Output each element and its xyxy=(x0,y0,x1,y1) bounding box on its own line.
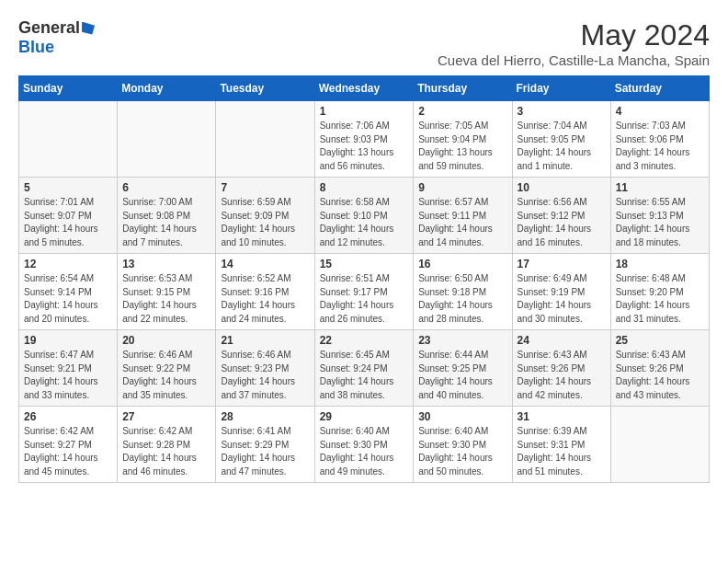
calendar-cell: 20Sunrise: 6:46 AM Sunset: 9:22 PM Dayli… xyxy=(118,330,216,407)
calendar-cell: 14Sunrise: 6:52 AM Sunset: 9:16 PM Dayli… xyxy=(216,254,314,330)
calendar-cell: 24Sunrise: 6:43 AM Sunset: 9:26 PM Dayli… xyxy=(512,330,610,407)
day-number: 24 xyxy=(518,334,606,347)
calendar-cell: 8Sunrise: 6:58 AM Sunset: 9:10 PM Daylig… xyxy=(314,178,414,254)
calendar-cell: 19Sunrise: 6:47 AM Sunset: 9:21 PM Dayli… xyxy=(19,330,118,407)
day-info: Sunrise: 6:43 AM Sunset: 9:26 PM Dayligh… xyxy=(518,349,606,402)
day-number: 9 xyxy=(418,181,506,194)
day-info: Sunrise: 6:40 AM Sunset: 9:30 PM Dayligh… xyxy=(320,425,409,478)
logo-general-text: General xyxy=(18,18,80,38)
day-number: 29 xyxy=(320,410,409,423)
calendar-cell: 11Sunrise: 6:55 AM Sunset: 9:13 PM Dayli… xyxy=(610,178,709,254)
day-number: 23 xyxy=(418,334,506,347)
weekday-header-wednesday: Wednesday xyxy=(314,76,414,101)
weekday-header-row: SundayMondayTuesdayWednesdayThursdayFrid… xyxy=(19,76,710,101)
day-number: 4 xyxy=(616,105,704,118)
day-info: Sunrise: 7:03 AM Sunset: 9:06 PM Dayligh… xyxy=(616,120,704,173)
page-header: General Blue May 2024 Cueva del Hierro, … xyxy=(18,18,710,68)
day-number: 30 xyxy=(418,410,506,423)
day-info: Sunrise: 6:58 AM Sunset: 9:10 PM Dayligh… xyxy=(320,196,409,249)
day-number: 5 xyxy=(24,181,112,194)
calendar-cell: 12Sunrise: 6:54 AM Sunset: 9:14 PM Dayli… xyxy=(19,254,118,330)
day-info: Sunrise: 6:54 AM Sunset: 9:14 PM Dayligh… xyxy=(24,272,112,326)
day-number: 16 xyxy=(418,258,506,270)
calendar-week-row: 19Sunrise: 6:47 AM Sunset: 9:21 PM Dayli… xyxy=(19,330,710,407)
title-section: May 2024 Cueva del Hierro, Castille-La M… xyxy=(438,18,710,68)
day-number: 20 xyxy=(122,334,210,347)
calendar-cell: 18Sunrise: 6:48 AM Sunset: 9:20 PM Dayli… xyxy=(610,254,709,330)
calendar-cell: 4Sunrise: 7:03 AM Sunset: 9:06 PM Daylig… xyxy=(610,101,709,178)
day-info: Sunrise: 6:49 AM Sunset: 9:19 PM Dayligh… xyxy=(518,272,606,326)
day-info: Sunrise: 6:56 AM Sunset: 9:12 PM Dayligh… xyxy=(518,196,606,249)
day-number: 10 xyxy=(518,181,606,194)
logo-blue-text: Blue xyxy=(18,38,54,57)
day-info: Sunrise: 6:50 AM Sunset: 9:18 PM Dayligh… xyxy=(418,272,506,326)
day-info: Sunrise: 6:53 AM Sunset: 9:15 PM Dayligh… xyxy=(122,272,210,326)
day-info: Sunrise: 7:00 AM Sunset: 9:08 PM Dayligh… xyxy=(122,196,210,249)
day-number: 6 xyxy=(122,181,210,194)
day-number: 31 xyxy=(518,410,606,423)
day-info: Sunrise: 7:01 AM Sunset: 9:07 PM Dayligh… xyxy=(24,196,112,249)
weekday-header-monday: Monday xyxy=(118,76,216,101)
calendar-cell xyxy=(216,101,314,178)
calendar-cell: 17Sunrise: 6:49 AM Sunset: 9:19 PM Dayli… xyxy=(512,254,610,330)
day-info: Sunrise: 6:41 AM Sunset: 9:29 PM Dayligh… xyxy=(221,425,309,478)
day-number: 1 xyxy=(320,105,409,118)
calendar-cell: 15Sunrise: 6:51 AM Sunset: 9:17 PM Dayli… xyxy=(314,254,414,330)
day-info: Sunrise: 6:57 AM Sunset: 9:11 PM Dayligh… xyxy=(418,196,506,249)
day-info: Sunrise: 7:06 AM Sunset: 9:03 PM Dayligh… xyxy=(320,120,409,173)
day-info: Sunrise: 6:39 AM Sunset: 9:31 PM Dayligh… xyxy=(518,425,606,478)
calendar-week-row: 12Sunrise: 6:54 AM Sunset: 9:14 PM Dayli… xyxy=(19,254,710,330)
day-number: 11 xyxy=(616,181,704,194)
day-info: Sunrise: 6:52 AM Sunset: 9:16 PM Dayligh… xyxy=(221,272,309,326)
day-number: 28 xyxy=(221,410,309,423)
calendar-cell: 28Sunrise: 6:41 AM Sunset: 9:29 PM Dayli… xyxy=(216,407,314,483)
calendar-cell: 7Sunrise: 6:59 AM Sunset: 9:09 PM Daylig… xyxy=(216,178,314,254)
day-number: 26 xyxy=(24,410,112,423)
day-number: 19 xyxy=(24,334,112,347)
calendar-cell: 27Sunrise: 6:42 AM Sunset: 9:28 PM Dayli… xyxy=(118,407,216,483)
calendar-cell: 25Sunrise: 6:43 AM Sunset: 9:26 PM Dayli… xyxy=(610,330,709,407)
day-info: Sunrise: 6:55 AM Sunset: 9:13 PM Dayligh… xyxy=(616,196,704,249)
calendar-cell: 1Sunrise: 7:06 AM Sunset: 9:03 PM Daylig… xyxy=(314,101,414,178)
calendar-cell xyxy=(19,101,118,178)
day-number: 25 xyxy=(616,334,704,347)
calendar-week-row: 26Sunrise: 6:42 AM Sunset: 9:27 PM Dayli… xyxy=(19,407,710,483)
calendar-cell: 6Sunrise: 7:00 AM Sunset: 9:08 PM Daylig… xyxy=(118,178,216,254)
day-number: 8 xyxy=(320,181,409,194)
calendar-cell: 23Sunrise: 6:44 AM Sunset: 9:25 PM Dayli… xyxy=(414,330,512,407)
logo: General Blue xyxy=(18,18,95,57)
day-info: Sunrise: 6:59 AM Sunset: 9:09 PM Dayligh… xyxy=(221,196,309,249)
calendar-cell xyxy=(118,101,216,178)
calendar-cell: 2Sunrise: 7:05 AM Sunset: 9:04 PM Daylig… xyxy=(414,101,512,178)
location: Cueva del Hierro, Castille-La Mancha, Sp… xyxy=(438,52,710,68)
day-info: Sunrise: 6:43 AM Sunset: 9:26 PM Dayligh… xyxy=(616,349,704,402)
calendar-cell: 26Sunrise: 6:42 AM Sunset: 9:27 PM Dayli… xyxy=(19,407,118,483)
day-info: Sunrise: 6:51 AM Sunset: 9:17 PM Dayligh… xyxy=(320,272,409,326)
weekday-header-saturday: Saturday xyxy=(610,76,709,101)
day-info: Sunrise: 6:46 AM Sunset: 9:23 PM Dayligh… xyxy=(221,349,309,402)
calendar-cell: 3Sunrise: 7:04 AM Sunset: 9:05 PM Daylig… xyxy=(512,101,610,178)
day-info: Sunrise: 7:05 AM Sunset: 9:04 PM Dayligh… xyxy=(418,120,506,173)
calendar-cell: 16Sunrise: 6:50 AM Sunset: 9:18 PM Dayli… xyxy=(414,254,512,330)
calendar-cell: 30Sunrise: 6:40 AM Sunset: 9:30 PM Dayli… xyxy=(414,407,512,483)
day-number: 27 xyxy=(122,410,210,423)
month-year: May 2024 xyxy=(438,18,710,52)
calendar-week-row: 1Sunrise: 7:06 AM Sunset: 9:03 PM Daylig… xyxy=(19,101,710,178)
day-info: Sunrise: 6:42 AM Sunset: 9:27 PM Dayligh… xyxy=(24,425,112,478)
calendar-cell: 22Sunrise: 6:45 AM Sunset: 9:24 PM Dayli… xyxy=(314,330,414,407)
calendar-cell: 13Sunrise: 6:53 AM Sunset: 9:15 PM Dayli… xyxy=(118,254,216,330)
calendar-cell: 31Sunrise: 6:39 AM Sunset: 9:31 PM Dayli… xyxy=(512,407,610,483)
calendar-cell: 21Sunrise: 6:46 AM Sunset: 9:23 PM Dayli… xyxy=(216,330,314,407)
day-number: 2 xyxy=(418,105,506,118)
day-info: Sunrise: 6:45 AM Sunset: 9:24 PM Dayligh… xyxy=(320,349,409,402)
calendar-cell: 10Sunrise: 6:56 AM Sunset: 9:12 PM Dayli… xyxy=(512,178,610,254)
day-info: Sunrise: 6:48 AM Sunset: 9:20 PM Dayligh… xyxy=(616,272,704,326)
calendar-table: SundayMondayTuesdayWednesdayThursdayFrid… xyxy=(18,75,710,483)
day-number: 3 xyxy=(518,105,606,118)
day-number: 13 xyxy=(122,258,210,270)
day-number: 12 xyxy=(24,258,112,270)
weekday-header-tuesday: Tuesday xyxy=(216,76,314,101)
day-info: Sunrise: 6:44 AM Sunset: 9:25 PM Dayligh… xyxy=(418,349,506,402)
day-number: 22 xyxy=(320,334,409,347)
calendar-cell: 9Sunrise: 6:57 AM Sunset: 9:11 PM Daylig… xyxy=(414,178,512,254)
